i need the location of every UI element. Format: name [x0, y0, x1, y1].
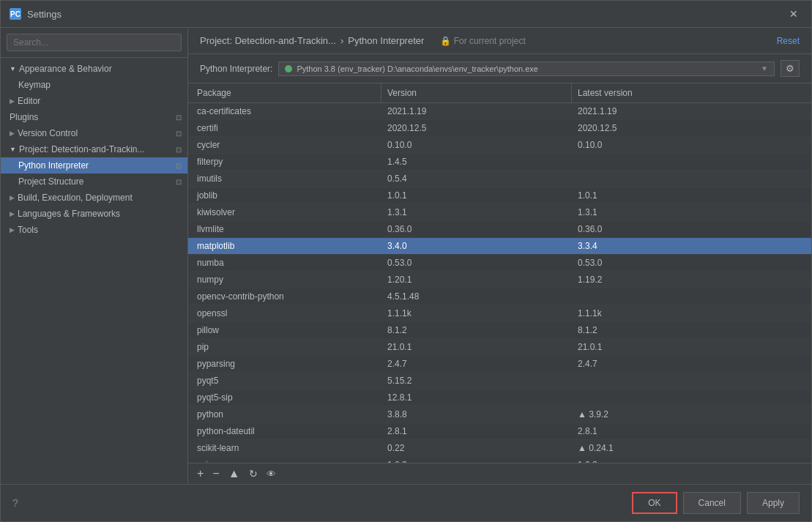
- package-latest: 2021.1.19: [572, 103, 808, 119]
- table-row[interactable]: scipy 1.6.2 1.6.2: [188, 457, 811, 463]
- sidebar-item-languages[interactable]: ▶ Languages & Frameworks: [1, 206, 187, 222]
- package-name: ca-certificates: [191, 103, 381, 119]
- package-version: 0.10.0: [381, 137, 572, 153]
- package-name: llvmlite: [191, 221, 381, 237]
- panel-header: Project: Detection-and-Trackin... › Pyth…: [188, 28, 811, 54]
- table-row[interactable]: python 3.8.8 ▲ 3.9.2: [188, 406, 811, 423]
- package-latest: 1.0.1: [572, 187, 808, 204]
- table-row[interactable]: openssl 1.1.1k 1.1.1k: [188, 305, 811, 322]
- table-row[interactable]: cycler 0.10.0 0.10.0: [188, 137, 811, 154]
- package-name: numpy: [191, 272, 381, 288]
- table-toolbar: + − ▲ ↻ 👁: [188, 463, 811, 484]
- sidebar-item-label: Keymap: [18, 80, 51, 90]
- sidebar-item-tools[interactable]: ▶ Tools: [1, 222, 187, 238]
- edit-package-button[interactable]: ▲: [226, 466, 243, 481]
- package-name: joblib: [191, 187, 381, 204]
- table-row[interactable]: joblib 1.0.1 1.0.1: [188, 187, 811, 204]
- table-row[interactable]: pillow 8.1.2 8.1.2: [188, 322, 811, 339]
- arrow-icon: ▼: [10, 65, 16, 72]
- add-package-button[interactable]: +: [194, 466, 206, 481]
- sidebar-item-project-structure[interactable]: Project Structure ⊡: [1, 174, 187, 190]
- interpreter-dropdown[interactable]: Python 3.8 (env_tracker) D:\anaconda\env…: [278, 61, 775, 76]
- reset-button[interactable]: Reset: [777, 36, 800, 46]
- package-name: pyqt5: [191, 373, 381, 389]
- interpreter-settings-button[interactable]: ⚙: [781, 60, 800, 77]
- sidebar-item-python-interpreter[interactable]: Python Interpreter ⊡: [1, 157, 187, 174]
- sidebar-item-label: Project Structure: [18, 176, 83, 187]
- sidebar-item-keymap[interactable]: Keymap: [1, 77, 187, 93]
- table-row[interactable]: imutils 0.5.4: [188, 171, 811, 187]
- table-row[interactable]: matplotlib 3.4.0 3.3.4: [188, 238, 811, 255]
- sidebar-item-label: Languages & Frameworks: [18, 209, 120, 219]
- table-row[interactable]: pip 21.0.1 21.0.1: [188, 339, 811, 356]
- table-row[interactable]: pyparsing 2.4.7 2.4.7: [188, 356, 811, 373]
- apply-button[interactable]: Apply: [747, 492, 800, 514]
- sidebar-item-project[interactable]: ▼ Project: Detection-and-Trackin... ⊡: [1, 141, 187, 157]
- table-row[interactable]: numba 0.53.0 0.53.0: [188, 255, 811, 272]
- package-name: pillow: [191, 322, 381, 338]
- sidebar-item-editor[interactable]: ▶ Editor: [1, 93, 187, 109]
- sidebar-item-build[interactable]: ▶ Build, Execution, Deployment: [1, 190, 187, 206]
- package-latest: 1.19.2: [572, 272, 808, 288]
- external-icon: ⊡: [176, 162, 182, 170]
- sidebar-item-appearance[interactable]: ▼ Appearance & Behavior: [1, 61, 187, 77]
- package-version: 0.36.0: [381, 221, 572, 237]
- package-version: 1.4.5: [381, 154, 572, 170]
- package-version: 12.8.1: [381, 389, 572, 406]
- package-version: 2020.12.5: [381, 120, 572, 136]
- arrow-icon: ▶: [10, 130, 15, 137]
- package-latest: [572, 389, 808, 406]
- cancel-button[interactable]: Cancel: [683, 492, 741, 514]
- search-input[interactable]: [7, 34, 182, 51]
- package-version: 2.4.7: [381, 356, 572, 372]
- table-row[interactable]: scikit-learn 0.22 ▲ 0.24.1: [188, 440, 811, 457]
- external-icon: ⊡: [176, 146, 182, 154]
- chevron-down-icon: ▼: [761, 64, 768, 72]
- table-row[interactable]: opencv-contrib-python 4.5.1.48: [188, 288, 811, 305]
- package-latest: [572, 288, 808, 305]
- refresh-button[interactable]: ↻: [246, 466, 261, 481]
- package-version: 1.1.1k: [381, 305, 572, 321]
- package-version: 0.22: [381, 440, 572, 456]
- sidebar-item-plugins[interactable]: Plugins ⊡: [1, 109, 187, 125]
- remove-package-button[interactable]: −: [209, 466, 222, 481]
- dialog-title: Settings: [27, 9, 62, 20]
- sidebar-item-label: Build, Execution, Deployment: [18, 193, 133, 203]
- table-row[interactable]: python-dateutil 2.8.1 2.8.1: [188, 423, 811, 440]
- package-name: opencv-contrib-python: [191, 288, 381, 305]
- package-version: 2.8.1: [381, 423, 572, 439]
- table-row[interactable]: numpy 1.20.1 1.19.2: [188, 272, 811, 288]
- breadcrumb-current: Python Interpreter: [348, 35, 424, 46]
- show-options-button[interactable]: 👁: [264, 466, 279, 481]
- sidebar-item-label: Appearance & Behavior: [19, 64, 112, 74]
- package-latest: 2020.12.5: [572, 120, 808, 136]
- table-row[interactable]: certifi 2020.12.5 2020.12.5: [188, 120, 811, 137]
- col-version: Version: [381, 83, 572, 102]
- right-panel: Project: Detection-and-Trackin... › Pyth…: [188, 28, 811, 484]
- table-row[interactable]: ca-certificates 2021.1.19 2021.1.19: [188, 103, 811, 120]
- table-row[interactable]: filterpy 1.4.5: [188, 154, 811, 171]
- package-name: cycler: [191, 137, 381, 153]
- sidebar-item-version-control[interactable]: ▶ Version Control ⊡: [1, 125, 187, 141]
- package-latest: 2.4.7: [572, 356, 808, 372]
- package-name: filterpy: [191, 154, 381, 170]
- ok-button[interactable]: OK: [632, 492, 677, 514]
- package-name: openssl: [191, 305, 381, 321]
- table-row[interactable]: llvmlite 0.36.0 0.36.0: [188, 221, 811, 238]
- table-row[interactable]: pyqt5-sip 12.8.1: [188, 389, 811, 406]
- table-row[interactable]: kiwisolver 1.3.1 1.3.1: [188, 204, 811, 221]
- sidebar-item-label: Editor: [18, 96, 40, 106]
- package-version: 3.8.8: [381, 406, 572, 422]
- close-button[interactable]: ✕: [785, 7, 802, 21]
- package-name: python: [191, 406, 381, 422]
- help-button[interactable]: ?: [12, 497, 18, 509]
- package-table-container: Package Version Latest version ca-certif…: [188, 83, 811, 484]
- table-row[interactable]: pyqt5 5.15.2: [188, 373, 811, 389]
- package-version: 0.5.4: [381, 171, 572, 187]
- help-icon: ?: [12, 497, 18, 509]
- package-name: scikit-learn: [191, 440, 381, 456]
- table-body: ca-certificates 2021.1.19 2021.1.19 cert…: [188, 103, 811, 463]
- package-latest: 21.0.1: [572, 339, 808, 355]
- main-content: ▼ Appearance & Behavior Keymap ▶ Editor …: [1, 28, 811, 484]
- lock-icon: 🔒: [440, 36, 451, 46]
